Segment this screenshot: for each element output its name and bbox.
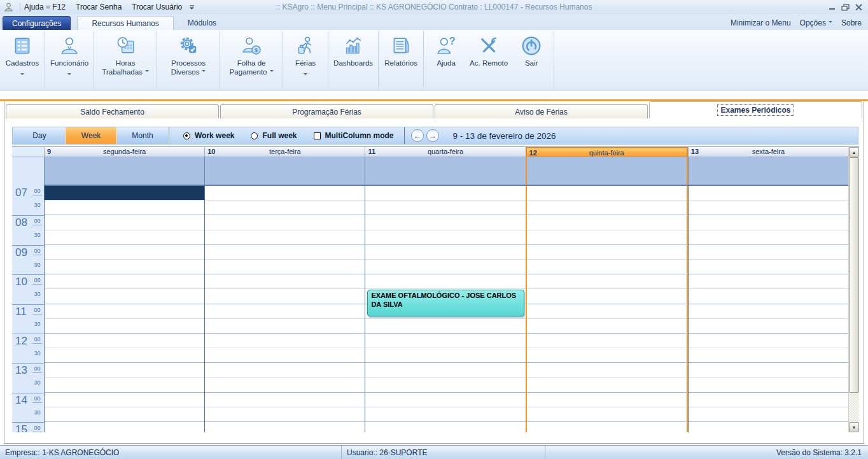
date-range-label: 9 - 13 de fevereiro de 2026 xyxy=(453,131,556,141)
work-week-radio[interactable]: Work week xyxy=(183,131,234,140)
time-ruler-hour: 130030 xyxy=(12,363,44,392)
status-usuario: Usuario:: 26-SUPORTE xyxy=(342,446,545,459)
time-grid: EXAME OFTALMOLÓGICO - JOSE CARLOS DA SIL… xyxy=(44,186,848,432)
gear-check-icon xyxy=(178,34,199,57)
week-view-button[interactable]: Week xyxy=(66,127,117,144)
calendar-event[interactable]: EXAME OFTALMOLÓGICO - JOSE CARLOS DA SIL… xyxy=(367,290,524,316)
relatorios-button[interactable]: Relatórios xyxy=(381,31,421,88)
menu-trocar-senha[interactable]: Trocar Senha xyxy=(76,3,122,11)
divider xyxy=(404,127,405,144)
status-empresa: Empresa:: 1-KS AGRONEGÓCIO xyxy=(0,446,342,459)
dropdown-arrow-icon xyxy=(20,68,24,74)
allday-cell-quarta-feira[interactable] xyxy=(365,157,525,185)
status-bar: Empresa:: 1-KS AGRONEGÓCIO Usuario:: 26-… xyxy=(0,445,868,459)
day-column-terça-feira[interactable] xyxy=(204,186,365,432)
full-week-radio[interactable]: Full week xyxy=(251,131,297,140)
chart-icon xyxy=(343,34,363,57)
day-column-sexta-feira[interactable] xyxy=(688,186,848,432)
radio-icon xyxy=(251,132,258,139)
restore-button[interactable] xyxy=(841,4,850,11)
time-ruler-hour: 120030 xyxy=(12,334,44,363)
tab-recursos-humanos[interactable]: Recursos Humanos xyxy=(77,16,173,30)
next-week-button[interactable]: → xyxy=(426,129,439,142)
week-calendar: 9segunda-feira10terça-feira11quarta-feir… xyxy=(12,146,859,432)
tab-aviso-de-ferias[interactable]: Aviso de Férias xyxy=(435,104,648,118)
svg-text:$: $ xyxy=(255,46,258,53)
ribbon: Cadastros Funcionário Horas Trabalhadas … xyxy=(0,30,868,90)
multicolumn-checkbox[interactable]: MultiColumn mode xyxy=(314,131,394,140)
time-ruler-hour: 080030 xyxy=(12,215,44,244)
traveler-icon xyxy=(295,34,316,57)
title-bar: Ajuda = F12 Trocar Senha Trocar Usuário … xyxy=(0,0,868,14)
time-ruler-hour: 150030 xyxy=(12,422,44,432)
tab-exames-periodicos[interactable]: Exames Periódicos xyxy=(649,101,862,118)
form-list-icon xyxy=(12,34,32,57)
day-header-terça-feira[interactable]: 10terça-feira xyxy=(204,147,365,157)
time-ruler: 0700300800300900301000301100301200301300… xyxy=(12,186,44,432)
allday-row xyxy=(44,157,848,186)
scrollbar-track[interactable] xyxy=(849,393,859,422)
ajuda-button[interactable]: ? Ajuda xyxy=(426,31,466,88)
ferias-button[interactable]: Férias xyxy=(285,31,326,88)
dropdown-arrow-icon xyxy=(304,68,307,74)
scroll-up-button[interactable]: ▲ xyxy=(849,147,859,157)
minimize-button[interactable] xyxy=(828,4,836,11)
day-column-quarta-feira[interactable]: EXAME OFTALMOLÓGICO - JOSE CARLOS DA SIL… xyxy=(365,186,525,432)
report-icon xyxy=(391,34,411,57)
radio-icon xyxy=(183,132,190,139)
cadastros-button[interactable]: Cadastros xyxy=(2,31,43,88)
sobre-link[interactable]: Sobre xyxy=(841,18,862,27)
processos-diversos-button[interactable]: Processos Diversos xyxy=(159,31,218,88)
day-header-sexta-feira[interactable]: 13sexta-feira xyxy=(688,147,848,157)
time-ruler-hour: 090030 xyxy=(12,245,44,274)
time-ruler-hour: 140030 xyxy=(12,393,44,422)
divider xyxy=(20,3,20,11)
selected-timeslot[interactable] xyxy=(45,186,204,200)
close-button[interactable] xyxy=(855,4,863,11)
scrollbar-thumb[interactable] xyxy=(849,157,859,393)
person-question-icon: ? xyxy=(436,34,456,57)
day-header-segunda-feira[interactable]: 9segunda-feira xyxy=(44,147,204,157)
day-column-segunda-feira[interactable] xyxy=(44,186,204,432)
allday-cell-quinta-feira[interactable] xyxy=(526,157,688,185)
vertical-scrollbar[interactable]: ▲ ▼ xyxy=(848,147,859,432)
folha-pagamento-button[interactable]: $ Folha de Pagamento xyxy=(222,31,281,88)
app-logo-icon xyxy=(4,3,13,12)
time-ruler-hour: 110030 xyxy=(12,304,44,334)
day-header-quinta-feira[interactable]: 12quinta-feira xyxy=(526,147,688,157)
day-header-row: 9segunda-feira10terça-feira11quarta-feir… xyxy=(44,147,848,157)
funcionario-button[interactable]: Funcionário xyxy=(47,31,92,88)
tab-programacao-ferias[interactable]: Programação Férias xyxy=(220,104,433,118)
divider xyxy=(169,127,169,144)
month-view-button[interactable]: Month xyxy=(117,127,169,144)
acesso-remoto-button[interactable]: Ac. Remoto xyxy=(466,31,511,88)
day-header-quarta-feira[interactable]: 11quarta-feira xyxy=(365,147,525,157)
opcoes-menu[interactable]: Opções xyxy=(800,18,832,27)
tab-saldo-fechamento[interactable]: Saldo Fechamento xyxy=(6,104,219,118)
tab-modulos[interactable]: Módulos xyxy=(174,16,230,30)
clock-calendar-icon xyxy=(115,34,136,57)
calendar-corner xyxy=(12,147,44,157)
scroll-down-button[interactable]: ▼ xyxy=(849,422,859,432)
prev-week-button[interactable]: ← xyxy=(411,129,424,142)
allday-cell-terça-feira[interactable] xyxy=(204,157,365,185)
page-tab-strip: Saldo Fechamento Programação Férias Avis… xyxy=(5,101,863,118)
toolbar-overflow-icon[interactable] xyxy=(188,4,195,10)
time-ruler-hour: 100030 xyxy=(12,274,44,304)
sair-button[interactable]: Sair xyxy=(511,31,552,88)
menu-trocar-usuario[interactable]: Trocar Usuário xyxy=(132,3,182,11)
allday-cell-sexta-feira[interactable] xyxy=(688,157,848,185)
svg-text:?: ? xyxy=(449,36,456,46)
dropdown-arrow-icon xyxy=(67,68,71,74)
content-panel: Saldo Fechamento Programação Férias Avis… xyxy=(4,101,864,444)
tab-configuracoes[interactable]: Configurações xyxy=(3,16,71,30)
allday-ruler-spacer xyxy=(12,157,44,186)
person-money-icon: $ xyxy=(241,34,262,57)
horas-trabalhadas-button[interactable]: Horas Trabalhadas xyxy=(96,31,155,88)
minimizar-menu-link[interactable]: Minimizar o Menu xyxy=(731,18,791,27)
dashboards-button[interactable]: Dashboards xyxy=(330,31,376,88)
day-column-quinta-feira[interactable] xyxy=(526,186,688,432)
menu-ajuda-f12[interactable]: Ajuda = F12 xyxy=(24,3,66,11)
day-view-button[interactable]: Day xyxy=(14,127,66,144)
allday-cell-segunda-feira[interactable] xyxy=(44,157,204,185)
